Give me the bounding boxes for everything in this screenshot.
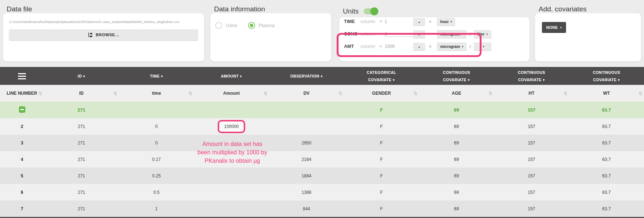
cell-line-number: 5 xyxy=(0,173,44,178)
table-row: 5 271 0.25 1884 F 69 157 63.7 xyxy=(0,168,644,184)
subheader-gender: GENDER⇅ xyxy=(344,85,419,102)
table-subheader-row: LINE NUMBER⇅ ID⇅ time⇅ Amount⇅ DV⇅ GENDE… xyxy=(0,85,644,102)
caret-down-icon: ▾ xyxy=(418,21,420,24)
caret-down-icon: ▾ xyxy=(418,46,420,49)
time-factor-input[interactable] xyxy=(385,19,413,24)
sort-icon[interactable]: ⇅ xyxy=(38,91,42,96)
subject-group-row: 271 F 69 157 63.7 xyxy=(0,102,644,118)
cell-ht: 157 xyxy=(494,206,569,211)
cell-age: 69 xyxy=(419,140,494,146)
cell-ht: 157 xyxy=(494,190,569,195)
sort-icon[interactable]: ⇅ xyxy=(338,91,342,96)
cell-id: 271 xyxy=(44,140,119,146)
cell-line-number: 4 xyxy=(0,157,44,162)
sort-icon[interactable]: ⇅ xyxy=(113,91,117,96)
data-file-panel: Data file C:/Users/skollmann/lixoft/pkan… xyxy=(3,13,204,61)
data-table: ID ▾ TIME ▾ AMOUNT ▾ OBSERVATION ▾ CATEG… xyxy=(0,67,644,218)
multiply-sign: × xyxy=(379,19,385,24)
column-menu-amount[interactable]: AMOUNT ▾ xyxy=(194,72,269,80)
amt-denominator-dropdown[interactable]: ▾ xyxy=(474,42,491,50)
matrix-radio-group: Urine Plasma xyxy=(215,22,274,29)
cell-ht: 157 xyxy=(494,108,569,113)
column-menu-continuous-covariate[interactable]: CONTINUOUS COVARIATE ▾ xyxy=(494,69,569,83)
column-menu-continuous-covariate[interactable]: CONTINUOUS COVARIATE ▾ xyxy=(569,69,644,83)
sort-icon[interactable]: ⇅ xyxy=(413,91,418,96)
units-toggle[interactable] xyxy=(364,8,378,14)
conc-denominator-dropdown[interactable]: liter▾ xyxy=(474,30,491,38)
caret-down-icon: ▾ xyxy=(462,33,463,36)
data-file-title: Data file xyxy=(7,5,32,13)
settings-bar: Data file C:/Users/skollmann/lixoft/pkan… xyxy=(0,0,644,67)
caret-down-icon: ▾ xyxy=(462,45,463,48)
cell-gender: F xyxy=(344,108,419,113)
sort-icon[interactable]: ⇅ xyxy=(263,91,267,96)
column-menu-continuous-covariate[interactable]: CONTINUOUS COVARIATE ▾ xyxy=(419,69,494,83)
cell-gender: F xyxy=(344,157,419,162)
cell-line-number: 6 xyxy=(0,190,44,195)
radio-option-plasma[interactable]: Plasma xyxy=(248,22,274,29)
amt-unit-dropdown[interactable]: microgram▾ xyxy=(437,42,467,50)
unit-row-label: CONC xyxy=(344,31,360,37)
subheader-dv: DV⇅ xyxy=(269,85,344,102)
column-menu-time[interactable]: TIME ▾ xyxy=(119,72,194,80)
cell-wt: 63.7 xyxy=(569,173,644,178)
unit-row-label: TIME xyxy=(344,19,360,24)
sort-icon[interactable]: ⇅ xyxy=(488,91,493,96)
urine-radio-icon[interactable] xyxy=(215,22,222,29)
cell-wt: 63.7 xyxy=(569,190,644,195)
cell-wt: 63.7 xyxy=(569,108,644,113)
caret-down-icon: ▾ xyxy=(483,45,484,48)
cell-gender: F xyxy=(344,140,419,146)
sort-icon[interactable]: ⇅ xyxy=(639,91,643,96)
multiply-sign: × xyxy=(379,31,385,37)
amt-factor-input[interactable] xyxy=(385,44,413,49)
cell-dv: 844 xyxy=(269,206,344,211)
cell-wt: 63.7 xyxy=(569,124,644,129)
table-header-row: ID ▾ TIME ▾ AMOUNT ▾ OBSERVATION ▾ CATEG… xyxy=(0,67,644,85)
data-information-panel: Data information Urine Plasma xyxy=(210,13,331,61)
cell-time: 0 xyxy=(119,140,194,146)
cell-id: 271 xyxy=(44,206,119,211)
column-menu-observation[interactable]: OBSERVATION ▾ xyxy=(269,72,344,80)
conc-unit-dropdown[interactable]: microgram▾ xyxy=(437,30,467,38)
slash-sign: / xyxy=(469,31,471,37)
subheader-time: time⇅ xyxy=(119,85,194,102)
cell-ht: 157 xyxy=(494,124,569,129)
column-menu-categorical-covariate[interactable]: CATEGORICAL COVARIATE ▾ xyxy=(344,69,419,83)
equals-sign: = xyxy=(429,31,433,37)
table-row: 2 271 0 100000 F 69 157 63.7 xyxy=(0,118,644,135)
plasma-radio-icon[interactable] xyxy=(248,22,255,29)
time-unit-dropdown[interactable]: hour▾ xyxy=(437,18,455,26)
browse-label: BROWSE... xyxy=(96,33,119,37)
cell-gender: F xyxy=(344,173,419,178)
browse-button[interactable]: BROWSE... xyxy=(9,29,198,40)
units-title: Units xyxy=(343,7,378,15)
table-menu-button[interactable] xyxy=(0,72,44,80)
table-row: 7 271 1 844 F 69 157 63.7 xyxy=(0,200,644,217)
cell-age: 69 xyxy=(419,206,494,211)
time-factor-dropdown[interactable]: ▾ xyxy=(413,18,425,26)
cell-id: 271 xyxy=(44,173,119,178)
caret-down-icon: ▾ xyxy=(418,33,420,37)
equals-sign: = xyxy=(429,44,433,49)
covariates-dropdown[interactable]: NONE ▾ xyxy=(542,22,566,33)
sort-icon[interactable]: ⇅ xyxy=(188,91,192,96)
subheader-age: AGE⇅ xyxy=(419,85,494,102)
cell-age: 69 xyxy=(419,108,494,113)
cell-age: 69 xyxy=(419,173,494,178)
amt-factor-dropdown[interactable]: ▾ xyxy=(413,43,425,50)
slash-sign: / xyxy=(469,44,471,49)
conc-factor-input[interactable] xyxy=(385,31,413,37)
cell-id: 271 xyxy=(44,190,119,195)
sort-icon[interactable]: ⇅ xyxy=(564,91,568,96)
table-row: 4 271 0.17 2164 F 69 157 63.7 xyxy=(0,151,644,168)
collapse-group-button[interactable] xyxy=(19,106,25,113)
conc-factor-dropdown[interactable]: ▾ xyxy=(413,30,425,38)
highlighted-amount-value: 100000 xyxy=(218,120,245,133)
unit-row-amt: AMT column × ▾ = microgram▾ / ▾ xyxy=(344,42,529,51)
unit-row-conc: CONC column × ▾ = microgram▾ / liter▾ xyxy=(344,30,529,38)
radio-option-urine[interactable]: Urine xyxy=(215,22,237,29)
cell-dv: 2950 xyxy=(269,140,344,146)
caret-down-icon: ▾ xyxy=(450,20,452,23)
column-menu-id[interactable]: ID ▾ xyxy=(44,72,119,80)
